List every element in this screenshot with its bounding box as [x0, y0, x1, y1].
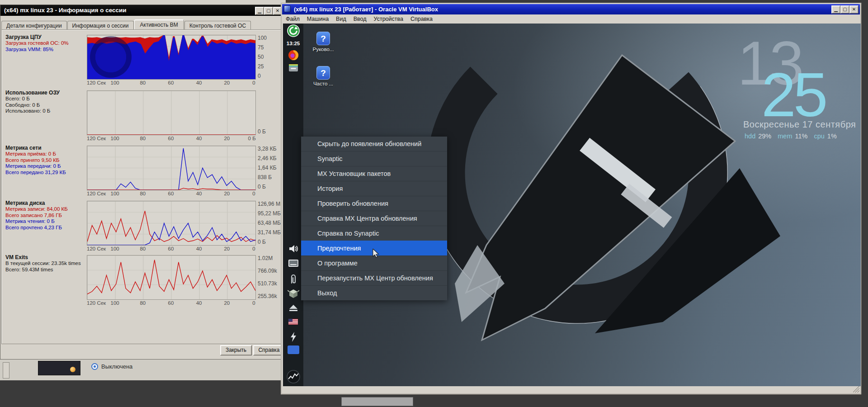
menu-6[interactable]: Справка	[407, 14, 436, 23]
disk-xtick-5: 40	[196, 246, 202, 251]
ctx-item-1[interactable]: Скрыть до появления обновлений	[301, 137, 447, 151]
maximize-icon[interactable]: ▢	[840, 5, 849, 14]
ctx-item-3[interactable]: MX Установщик пакетов	[301, 166, 447, 181]
cpu-xtick-4: 60	[168, 80, 174, 85]
cpu-ytick-1: 100	[258, 35, 267, 41]
volume-icon[interactable]	[283, 244, 303, 254]
cpu-stat-line-2: Загрузка VMM: 85%	[5, 47, 85, 53]
maximize-icon[interactable]: ▢	[264, 7, 273, 15]
help-button[interactable]: Справка	[253, 345, 285, 355]
session-window-title: (x64) mx linux 23 - Информация о сессии	[4, 7, 127, 14]
desktop-shortcut-1[interactable]: ?Руково...	[307, 32, 340, 52]
updater-context-menu: Скрыть до появления обновленийSynapticMX…	[301, 137, 447, 300]
package-icon[interactable]	[283, 288, 303, 299]
disk-ytick-1: 126,96 МБ	[258, 201, 284, 207]
ctx-item-5[interactable]: Проверить обновления	[301, 196, 447, 211]
metric-row-cpu: Загрузка ЦПУЗагрузка гостевой ОС: 0%Загр…	[2, 35, 285, 89]
vmexits-xtick-3: 80	[140, 300, 146, 306]
cpu-ytick-2: 75	[258, 44, 264, 51]
ram-stat-line-1: Всего: 0 Б	[5, 96, 85, 102]
metric-row-disk: Метрика дискаМетрика записи: 84,00 КБВсе…	[2, 201, 285, 255]
eject-icon[interactable]	[283, 304, 303, 312]
ctx-item-4[interactable]: История	[301, 181, 447, 196]
virtualbox-vm-window: (x64) mx linux 23 [Работает] - Oracle VM…	[281, 3, 861, 394]
ram-xtick-2: 100	[111, 136, 119, 141]
ram-xtick-3: 80	[140, 136, 146, 141]
cpu-stat-line-1: Загрузка гостевой ОС: 0%	[5, 40, 85, 47]
network-chart	[87, 146, 256, 190]
unknown-file-icon: ?	[316, 66, 330, 80]
system-monitor-icon[interactable]	[283, 370, 303, 383]
resize-grip[interactable]	[853, 386, 859, 393]
keyboard-layout-us-flag-icon[interactable]	[283, 319, 303, 325]
clock-minute: 25	[761, 63, 826, 126]
mem-stat-value: 11%	[795, 133, 807, 140]
terminal-icon[interactable]	[283, 259, 303, 267]
close-icon[interactable]: ✕	[849, 5, 859, 14]
network-stat-line-2: Всего принято 9,50 КБ	[5, 157, 85, 164]
menu-1[interactable]: Файл	[282, 14, 303, 23]
network-xtick-6: 20	[224, 191, 230, 196]
mx-updater-icon[interactable]	[283, 24, 303, 37]
disk-ytick-2: 95,22 МБ	[258, 210, 281, 217]
cpu-info: Загрузка ЦПУЗагрузка гостевой ОС: 0%Загр…	[5, 34, 85, 52]
vmexits-section-title: VM Exits	[5, 254, 85, 260]
vm-activity-pane: Загрузка ЦПУЗагрузка гостевой ОС: 0%Загр…	[1, 29, 285, 344]
close-dialog-button[interactable]: Закрыть	[220, 345, 252, 355]
vm-display[interactable]: 13:25 ?Руково...?Часто ... 13 25 Воскрес…	[283, 24, 861, 386]
network-xtick-3: 80	[140, 191, 146, 196]
file-manager-icon[interactable]	[283, 62, 303, 72]
menu-5[interactable]: Устройства	[370, 14, 407, 23]
disk-xtick-3: 80	[140, 246, 146, 251]
vmexits-ytick-4: 255.36k	[258, 293, 277, 299]
system-stats: hdd29%mem11%cpu1%	[745, 133, 843, 140]
menu-4[interactable]: Ввод	[350, 14, 370, 23]
menu-2[interactable]: Машина	[303, 14, 332, 23]
workspace-icon[interactable]	[283, 345, 303, 354]
mem-stat-label: mem	[778, 133, 792, 140]
vbox-titlebar[interactable]: (x64) mx linux 23 [Работает] - Oracle VM…	[282, 4, 860, 14]
ctx-item-6[interactable]: Справка MX Центра обновления	[301, 211, 447, 226]
disk-ytick-5: 0 Б	[258, 239, 266, 245]
cpu-stat-label: cpu	[814, 133, 824, 140]
disk-info: Метрика дискаМетрика записи: 84,00 КБВсе…	[5, 200, 85, 231]
network-ytick-4: 838 Б	[258, 174, 272, 180]
menu-3[interactable]: Вид	[332, 14, 350, 23]
host-taskbar-button[interactable]	[341, 397, 413, 406]
cpu-ytick-5: 0	[258, 73, 261, 79]
desktop-shortcut-2[interactable]: ?Часто ...	[307, 66, 340, 86]
cpu-xtick-5: 40	[196, 80, 202, 85]
tab-1[interactable]: Детали конфигурации	[1, 21, 67, 30]
power-icon[interactable]	[283, 331, 303, 342]
ctx-item-10[interactable]: Перезапустить MX Центр обновления	[301, 270, 447, 285]
clipboard-icon[interactable]	[283, 274, 303, 285]
vmexits-xtick-1: 120 Сек	[87, 300, 106, 306]
minimize-icon[interactable]: ▁	[831, 5, 840, 14]
vbox-manager-window-fragment: Выключена	[0, 359, 281, 380]
ram-xtick-4: 60	[168, 136, 174, 141]
tab-2[interactable]: Информация о сессии	[67, 21, 134, 30]
vm-thumbnail[interactable]	[38, 361, 80, 375]
session-tab-bar: Детали конфигурацииИнформация о сессииАк…	[1, 19, 285, 29]
hdd-stat-label: hdd	[745, 133, 755, 140]
dock-clock: 13:25	[283, 41, 303, 46]
session-window-titlebar[interactable]: (x64) mx linux 23 - Информация о сессии	[0, 5, 286, 16]
minimize-icon[interactable]: ▁	[255, 7, 264, 15]
unknown-file-icon: ?	[316, 32, 330, 45]
ctx-item-11[interactable]: Выход	[301, 285, 447, 300]
tab-3[interactable]: Активность ВМ	[134, 19, 184, 29]
network-ytick-3: 1,64 КБ	[258, 165, 277, 171]
scrollbar[interactable]	[3, 362, 9, 379]
vm-powered-off-icon	[91, 363, 98, 370]
disk-stat-line-3: Метрика чтения: 0 Б	[5, 218, 85, 225]
ram-info: Использование ОЗУВсего: 0 БСвободно: 0 Б…	[5, 90, 85, 114]
ctx-item-2[interactable]: Synaptic	[301, 151, 447, 166]
metric-row-network: Метрика сетиМетрика приёма: 0 БВсего при…	[2, 146, 285, 200]
ctx-item-7[interactable]: Справка по Synaptic	[301, 226, 447, 241]
disk-xtick-4: 60	[168, 246, 174, 251]
firefox-icon[interactable]	[283, 50, 303, 61]
tab-4[interactable]: Контроль гостевой ОС	[184, 21, 251, 30]
hdd-stat-value: 29%	[758, 133, 771, 140]
vmexits-ytick-3: 510.73k	[258, 280, 277, 287]
vmexits-xtick-6: 20	[224, 300, 230, 306]
